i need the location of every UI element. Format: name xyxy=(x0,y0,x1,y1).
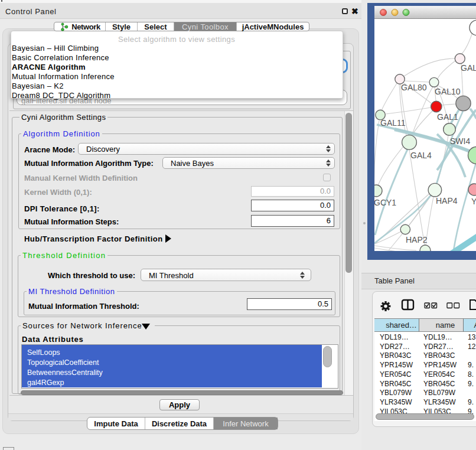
svg-text:GAL10: GAL10 xyxy=(435,87,461,96)
svg-text:GAL2: GAL2 xyxy=(461,63,476,73)
svg-text:GCY1: GCY1 xyxy=(374,198,396,207)
svg-text:HAP2: HAP2 xyxy=(406,235,428,244)
svg-text:Y: Y xyxy=(471,197,476,206)
svg-text:GAL80: GAL80 xyxy=(401,83,427,92)
svg-text:SWI4: SWI4 xyxy=(450,136,470,146)
svg-text:GAL11: GAL11 xyxy=(380,118,406,128)
svg-text:HAP4: HAP4 xyxy=(436,196,458,206)
svg-text:GAL1: GAL1 xyxy=(437,112,458,122)
svg-text:GAL4: GAL4 xyxy=(410,151,432,160)
